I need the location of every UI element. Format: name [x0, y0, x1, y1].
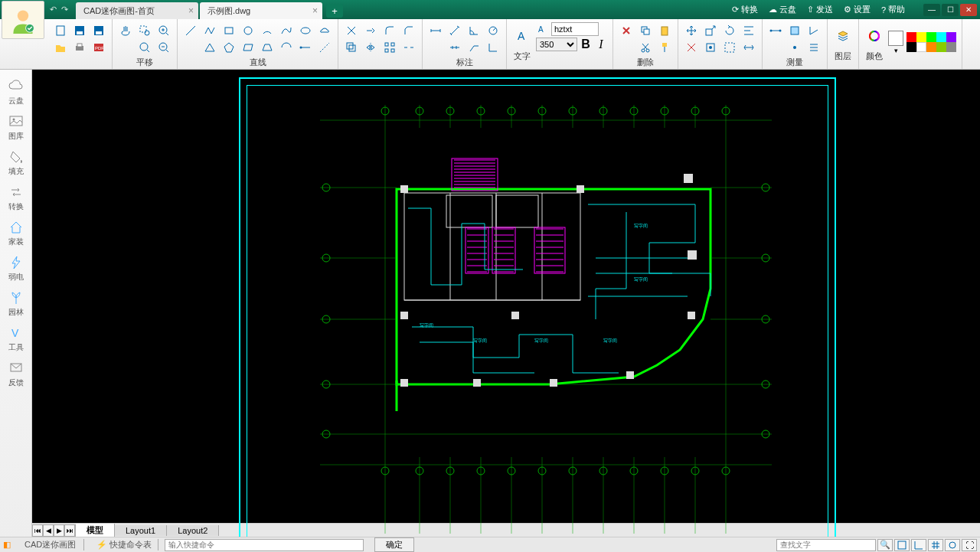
italic-button[interactable]: I: [594, 38, 608, 51]
arc-tool[interactable]: [259, 22, 276, 39]
sidebar-item-gallery[interactable]: 图库: [2, 111, 31, 145]
measure-id-tool[interactable]: [786, 39, 803, 56]
drawing-canvas[interactable]: 写字间 写字间 写字间 写字间 写字间 写字间 弱电平面图 1:100: [32, 70, 980, 523]
ray-tool[interactable]: [297, 39, 314, 56]
export-pdf-button[interactable]: PDF: [90, 39, 107, 56]
close-icon[interactable]: ×: [312, 5, 318, 16]
cloud-button[interactable]: ☁云盘: [769, 4, 796, 15]
sidebar-item-elec[interactable]: 弱电: [2, 252, 31, 286]
delete-tool[interactable]: [618, 22, 635, 39]
shortcut-table-button[interactable]: ⚡快捷命令表: [90, 539, 158, 550]
ellipse-tool[interactable]: [297, 22, 314, 39]
current-color-swatch[interactable]: [888, 31, 903, 46]
color-purple[interactable]: [946, 32, 956, 42]
color-black[interactable]: [906, 42, 916, 52]
stretch-tool[interactable]: [740, 39, 757, 56]
bold-button[interactable]: B: [579, 38, 593, 51]
close-icon[interactable]: ×: [188, 5, 194, 16]
expand-toggle[interactable]: ⛶: [962, 539, 977, 551]
model-tab[interactable]: 模型: [76, 524, 115, 537]
measure-list-tool[interactable]: [805, 39, 822, 56]
polyline-tool[interactable]: [201, 22, 218, 39]
maximize-button[interactable]: ☐: [942, 4, 959, 16]
measure-dist-tool[interactable]: [767, 22, 784, 39]
ortho-toggle[interactable]: [911, 539, 926, 551]
close-window-button[interactable]: ✕: [960, 4, 977, 16]
sidebar-item-feedback[interactable]: 反馈: [2, 358, 31, 391]
font-size-select[interactable]: 350: [536, 38, 577, 51]
tab-nav-prev[interactable]: ◀: [43, 524, 54, 537]
break-tool[interactable]: [400, 39, 417, 56]
array-tool[interactable]: [381, 39, 398, 56]
save-button[interactable]: [71, 22, 88, 39]
layout2-tab[interactable]: Layout2: [167, 525, 219, 536]
tab-home[interactable]: CAD迷你画图-首页 ×: [76, 2, 198, 19]
color-yellow[interactable]: [916, 32, 926, 42]
color-cyan[interactable]: [936, 32, 946, 42]
convert-button[interactable]: ⟳转换: [732, 4, 758, 15]
tab-nav-next[interactable]: ▶: [54, 524, 64, 537]
xline-tool[interactable]: [316, 39, 333, 56]
cloud-tool[interactable]: [316, 22, 333, 39]
parallelogram-tool[interactable]: [240, 39, 256, 56]
tab-document[interactable]: 示例图.dwg ×: [200, 2, 322, 19]
color-white[interactable]: [916, 42, 926, 52]
minimize-button[interactable]: —: [923, 4, 940, 16]
tab-nav-first[interactable]: ⏮: [32, 524, 43, 537]
layout1-tab[interactable]: Layout1: [115, 525, 167, 536]
dim-angular-tool[interactable]: [466, 22, 482, 39]
rotate-tool[interactable]: [721, 22, 738, 39]
cut-tool[interactable]: [637, 39, 654, 56]
pan-tool[interactable]: [117, 22, 134, 39]
offset-tool[interactable]: [343, 39, 360, 56]
chamfer-tool[interactable]: [400, 22, 417, 39]
search-input[interactable]: [776, 539, 876, 551]
print-button[interactable]: [71, 39, 88, 56]
align-tool[interactable]: [740, 22, 757, 39]
sidebar-item-convert[interactable]: 转换: [2, 181, 31, 215]
copy-tool[interactable]: [637, 22, 654, 39]
paste-tool[interactable]: [656, 22, 673, 39]
fillet-tool[interactable]: [381, 22, 398, 39]
measure-angle-tool[interactable]: [805, 22, 822, 39]
command-input[interactable]: [165, 539, 364, 551]
sidebar-item-cloud[interactable]: 云盘: [2, 76, 31, 109]
sidebar-item-tools[interactable]: V工具: [2, 322, 31, 356]
circle-tool[interactable]: [240, 22, 256, 39]
font-name-input[interactable]: [551, 22, 599, 36]
color-red[interactable]: [906, 32, 916, 42]
layer-manager-button[interactable]: [832, 22, 854, 50]
user-avatar[interactable]: [2, 1, 44, 39]
dim-ordinate-tool[interactable]: [485, 39, 501, 56]
grid-toggle[interactable]: [928, 539, 943, 551]
sidebar-item-garden[interactable]: 园林: [2, 287, 31, 321]
text-tool[interactable]: A: [511, 22, 533, 50]
dim-linear-tool[interactable]: [427, 22, 444, 39]
confirm-button[interactable]: 确定: [374, 537, 414, 552]
color-lime[interactable]: [936, 42, 946, 52]
trim-tool[interactable]: [343, 22, 360, 39]
dim-leader-tool[interactable]: [466, 39, 482, 56]
color-picker-button[interactable]: [864, 22, 885, 50]
tab-nav-last[interactable]: ⏭: [64, 524, 75, 537]
open-button[interactable]: [52, 39, 69, 56]
format-paint-tool[interactable]: [656, 39, 673, 56]
sidebar-item-fill[interactable]: 填充: [2, 146, 31, 180]
font-picker-icon[interactable]: A: [536, 22, 550, 36]
color-gray[interactable]: [946, 42, 956, 52]
search-icon[interactable]: 🔍: [877, 539, 893, 551]
new-file-button[interactable]: [52, 22, 69, 39]
add-tab-button[interactable]: +: [326, 4, 343, 18]
zoom-window-button[interactable]: [136, 22, 153, 39]
group-tool[interactable]: [721, 39, 738, 56]
help-button[interactable]: ?帮助: [881, 4, 905, 15]
trapezoid-tool[interactable]: [259, 39, 276, 56]
zoom-out-button[interactable]: [155, 39, 172, 56]
forward-arrow-icon[interactable]: ↷: [61, 5, 68, 15]
triangle-tool[interactable]: [201, 39, 218, 56]
move-tool[interactable]: [683, 22, 700, 39]
send-button[interactable]: ⇧发送: [807, 4, 833, 15]
sidebar-item-home[interactable]: 家装: [2, 217, 31, 250]
dim-aligned-tool[interactable]: [446, 22, 463, 39]
color-orange[interactable]: [926, 42, 936, 52]
